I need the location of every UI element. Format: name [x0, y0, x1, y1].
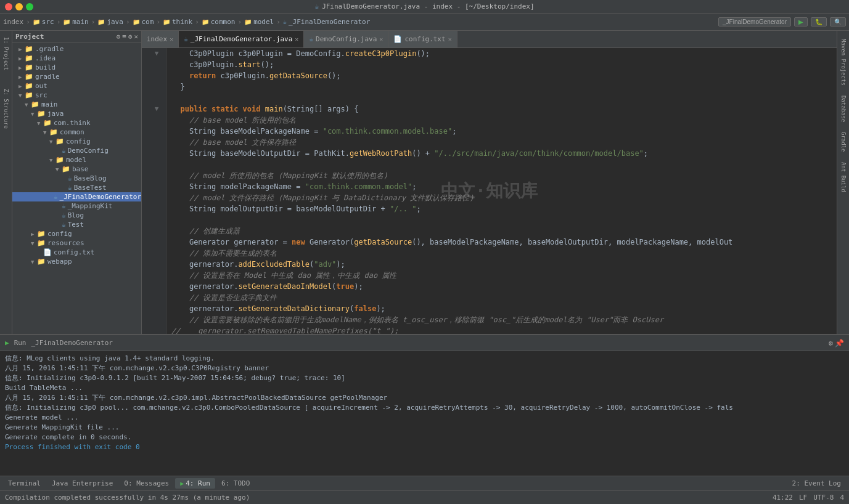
code-line: // 设置是否生成字典文件 [166, 292, 837, 303]
indent-size[interactable]: 4 [840, 494, 844, 502]
close-tab-icon[interactable]: ✕ [170, 36, 173, 43]
tree-item-build[interactable]: 📁 build [12, 63, 141, 72]
run-button[interactable]: ▶ [794, 17, 808, 26]
tree-item-baseblog[interactable]: ☕ BaseBlog [12, 174, 141, 183]
code-line: // 创建生成器 [166, 226, 837, 237]
fold-arrow [18, 55, 25, 62]
tree-item-blog[interactable]: ☕ Blog [12, 211, 141, 220]
tree-item-democonfg[interactable]: ☕ DemoConfig [12, 146, 141, 155]
messages-tab[interactable]: 0: Messages [119, 478, 174, 489]
settings-icon[interactable]: ⚙ [829, 339, 833, 348]
tree-item-resources[interactable]: 📁 resources [12, 238, 141, 248]
minimize-button[interactable] [15, 3, 23, 10]
tree-item-mappingkit[interactable]: ☕ _MappingKit [12, 201, 141, 211]
tree-label: .gradle [35, 45, 64, 53]
fold-icon[interactable]: ▼ [153, 104, 160, 115]
fold-arrow [18, 46, 25, 52]
tree-item-base-folder[interactable]: 📁 base [12, 165, 141, 174]
breadcrumb-think[interactable]: 📁 think [163, 18, 192, 26]
sync-icon[interactable]: ⚙ [117, 33, 121, 41]
maven-tab[interactable]: Maven Projects [839, 34, 848, 91]
debug-button[interactable]: 🐛 [811, 17, 827, 26]
settings-icon[interactable]: ⚙ [128, 33, 133, 41]
traffic-lights[interactable] [5, 3, 33, 10]
gradle-tab[interactable]: Gradle [839, 127, 848, 157]
close-button[interactable] [5, 3, 12, 10]
tree-item-generator[interactable]: ☕ _JFinalDemoGenerator [12, 192, 141, 201]
code-line: // gernerator.setRemovedTableNamePrefixe… [166, 325, 837, 334]
tree-item-gradle2[interactable]: 📁 gradle [12, 72, 141, 81]
sep: › [57, 18, 61, 26]
tree-label: java [47, 110, 64, 118]
search-button[interactable]: 🔍 [830, 17, 846, 26]
tree-item-test[interactable]: ☕ Test [12, 220, 141, 229]
file-tree: 📁 .gradle 📁 .idea 📁 build 📁 gradle [12, 43, 141, 334]
tree-item-out[interactable]: 📁 out [12, 81, 141, 91]
log-line: 八月 15, 2016 1:45:11 下午 com.mchange.v2.c3… [5, 364, 844, 373]
breadcrumb-src[interactable]: 📁 src [33, 18, 54, 26]
tree-item-basetest[interactable]: ☕ BaseTest [12, 183, 141, 192]
tree-item-com-think[interactable]: 📁 com.think [12, 118, 141, 128]
close-tab-icon[interactable]: ✕ [379, 36, 383, 43]
tree-item-webapp[interactable]: 📁 webapp [12, 257, 141, 266]
fold-icon[interactable]: ▼ [153, 48, 160, 59]
java-tab-icon: ☕ [309, 35, 313, 43]
tree-item-common[interactable]: 📁 common [12, 128, 141, 137]
maximize-button[interactable] [26, 3, 33, 10]
code-content[interactable]: C3p0Plugin c3p0Plugin = DemoConfig.creat… [166, 48, 837, 334]
line-ending[interactable]: LF [799, 494, 807, 502]
close-tab-icon[interactable]: ✕ [295, 36, 298, 43]
fold-arrow [49, 157, 55, 163]
code-editor[interactable]: ▼ ▼ [142, 48, 837, 334]
breadcrumb-text: model [253, 18, 274, 26]
tree-item-idea[interactable]: 📁 .idea [12, 54, 141, 63]
expand-icon[interactable]: ≡ [122, 33, 126, 41]
todo-tab[interactable]: 6: TODO [216, 478, 255, 489]
tree-label: webapp [47, 258, 72, 266]
breadcrumb-text: src [42, 18, 54, 26]
tree-item-config2[interactable]: 📁 config [12, 229, 141, 238]
run-tab[interactable]: ▶ 4: Run [175, 478, 215, 489]
structure-panel-tab[interactable]: Z: Structure [2, 86, 10, 132]
ant-tab[interactable]: Ant Build [839, 157, 848, 197]
java-icon: ☕ [68, 184, 72, 192]
breadcrumb-common[interactable]: 📁 common [202, 18, 236, 26]
breadcrumb-generator[interactable]: ☕ _JFinalDemoGenerator [283, 18, 370, 26]
tree-item-config-folder[interactable]: 📁 config [12, 137, 141, 146]
database-tab[interactable]: Database [839, 91, 848, 127]
tree-item-java[interactable]: 📁 java [12, 109, 141, 118]
tree-label: .idea [35, 54, 55, 62]
tab-index[interactable]: index ✕ [142, 31, 179, 48]
breadcrumb-main[interactable]: 📁 main [63, 18, 89, 26]
run-config-dropdown[interactable]: _JFinalDemoGenerator [718, 17, 791, 26]
tree-item-src[interactable]: 📁 src [12, 91, 141, 100]
encoding[interactable]: UTF-8 [813, 494, 834, 502]
tree-label: main [41, 100, 58, 108]
tab-jfinaldemo[interactable]: ☕ _JFinalDemoGenerator.java ✕ [179, 31, 304, 48]
breadcrumb-model[interactable]: 📁 model [244, 18, 274, 26]
close-tab-icon[interactable]: ✕ [448, 36, 452, 43]
tree-item-model-folder[interactable]: 📁 model [12, 155, 141, 165]
tab-config[interactable]: 📄 config.txt ✕ [388, 31, 457, 48]
panel-title: Project [15, 33, 44, 41]
log-line: Generate complete in 0 seconds. [5, 433, 844, 442]
editor-area: index ✕ ☕ _JFinalDemoGenerator.java ✕ ☕ … [142, 31, 837, 334]
event-log-tab[interactable]: 2: Event Log [787, 478, 846, 489]
code-line: gernerator.setGenerateDaoInModel(true); [166, 281, 837, 292]
bottom-panel: ▶ Run _JFinalDemoGenerator ⚙ 📌 信息: MLog … [0, 334, 849, 476]
tree-label: BaseTest [74, 184, 107, 192]
pin-icon[interactable]: 📌 [835, 339, 844, 348]
terminal-tab[interactable]: Terminal [3, 478, 46, 489]
tree-item-main[interactable]: 📁 main [12, 100, 141, 109]
project-panel-tab[interactable]: 1: Project [2, 34, 10, 73]
tree-label: config.txt [54, 248, 94, 256]
tab-democonfg[interactable]: ☕ DemoConfig.java ✕ [304, 31, 388, 48]
close-panel-icon[interactable]: ✕ [134, 33, 138, 41]
breadcrumb-java[interactable]: 📁 java [97, 18, 123, 26]
breadcrumb-com[interactable]: 📁 com [133, 18, 154, 26]
cursor-position[interactable]: 41:22 [773, 494, 793, 502]
tree-item-configtxt[interactable]: 📄 config.txt [12, 248, 141, 257]
java-enterprise-tab[interactable]: Java Enterprise [47, 478, 118, 489]
tree-item-gradle[interactable]: 📁 .gradle [12, 44, 141, 54]
breadcrumb-index[interactable]: index [3, 18, 23, 26]
